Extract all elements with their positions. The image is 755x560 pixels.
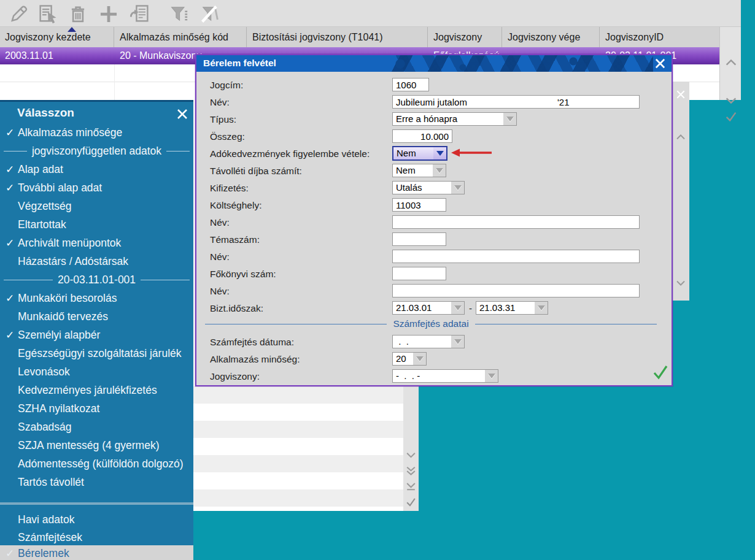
- delete-icon[interactable]: [66, 2, 90, 25]
- adokedvezmenyek-value: Nem: [397, 148, 416, 158]
- field-label-bizt-idoszak: Bizt.időszak:: [210, 303, 263, 314]
- alkalmazas-minoseg-value: 20: [396, 353, 406, 364]
- edit-icon[interactable]: [6, 2, 31, 25]
- sidebar-item-szha-nyilatkozat[interactable]: SZHA nyilatkozat: [0, 399, 193, 418]
- sidebar-item-archivalt-menupontok[interactable]: ✓Archivált menüpontok: [0, 234, 193, 252]
- scroll-page-down-icon[interactable]: [405, 465, 417, 477]
- edit-record-icon[interactable]: [36, 2, 60, 25]
- sidebar-item-eltartottak[interactable]: Eltartottak: [0, 215, 193, 234]
- add-icon[interactable]: [96, 2, 121, 25]
- sidebar-item-munkakori-besorolas[interactable]: ✓Munkaköri besorolás: [0, 289, 193, 307]
- chevron-down-icon[interactable]: [535, 302, 548, 314]
- field-label-temaszam: Témaszám:: [210, 234, 260, 245]
- sidebar-item-tovabbi-alap-adat[interactable]: ✓További alap adat: [0, 178, 193, 197]
- sidebar-item-szja-mentesseg[interactable]: SZJA mentesség (4 gyermek): [0, 436, 193, 455]
- chevron-down-icon[interactable]: [451, 182, 464, 194]
- szamfejtes-datuma-combo[interactable]: . .: [392, 335, 465, 348]
- sidebar-title: Válasszon: [17, 106, 74, 120]
- sort-ascending-icon: [68, 27, 76, 32]
- chevron-down-icon[interactable]: [485, 370, 498, 382]
- close-icon[interactable]: [176, 107, 189, 121]
- scroll-to-end-icon[interactable]: [405, 481, 417, 493]
- transfer-record-icon[interactable]: [128, 2, 152, 25]
- sidebar-item-egeszsegugyi-szolgaltatasi-jarulek[interactable]: Egészségügyi szolgáltatási járulék: [0, 344, 193, 362]
- bizt-idoszak-to-combo[interactable]: 21.03.31: [476, 301, 548, 315]
- sidebar-item-alkalmazas-minosege[interactable]: ✓Alkalmazás minősége: [0, 123, 193, 142]
- dialog-title: Bérelem felvétel: [203, 58, 276, 69]
- column-header-jogviszony-vege[interactable]: Jogviszony vége: [503, 27, 600, 47]
- close-icon[interactable]: [654, 57, 667, 70]
- chevron-down-icon[interactable]: [433, 164, 446, 177]
- osszeg-input[interactable]: 10.000: [392, 129, 452, 143]
- sidebar-item-hazastars-adostarsak[interactable]: Házastárs / Adóstársak: [0, 252, 193, 270]
- confirm-icon[interactable]: [405, 497, 417, 508]
- chevron-down-icon[interactable]: [433, 147, 446, 159]
- sidebar-item-munkaido-tervezes[interactable]: Munkaidő tervezés: [0, 307, 193, 326]
- dialog-titlebar: Bérelem felvétel: [196, 55, 672, 72]
- check-icon: ✓: [0, 182, 18, 194]
- kifizetes-value: Utalás: [396, 182, 422, 193]
- column-header-biztositasi-jogviszony[interactable]: Biztosítási jogviszony (T1041): [247, 27, 428, 47]
- chevron-down-icon[interactable]: [413, 353, 426, 365]
- fokonyvi-szam-input[interactable]: [392, 267, 446, 280]
- field-label-nev1: Név:: [210, 97, 230, 108]
- cell-jogviszony-kezdete: 2003.11.01: [0, 47, 114, 64]
- chevron-down-icon[interactable]: [503, 113, 516, 125]
- sidebar-item-berelemek-selected[interactable]: ✓Bérelemek: [0, 545, 193, 560]
- bizt-idoszak-from-value: 21.03.01: [396, 302, 432, 313]
- kifizetes-combo[interactable]: Utalás: [392, 181, 465, 194]
- nev1-value: Jubileumi jutalom: [396, 97, 467, 107]
- confirm-check-button[interactable]: [652, 364, 669, 382]
- filter-icon[interactable]: [167, 2, 192, 25]
- bizt-idoszak-from-combo[interactable]: 21.03.01: [392, 301, 465, 315]
- field-label-jogcim: Jogcím:: [210, 80, 243, 91]
- tavolleti-value: Nem: [396, 165, 416, 175]
- sidebar-item-alap-adat[interactable]: ✓Alap adat: [0, 160, 193, 178]
- chevron-down-icon[interactable]: [451, 336, 464, 348]
- close-icon[interactable]: [675, 89, 686, 100]
- column-header-jogviszony[interactable]: Jogviszony: [428, 27, 502, 47]
- scroll-down-icon[interactable]: [675, 279, 686, 290]
- nev3-input[interactable]: [392, 250, 640, 263]
- sidebar-item-levonasok[interactable]: Levonások: [0, 362, 193, 381]
- nev2-input[interactable]: [392, 215, 640, 229]
- column-header-alkalmazas-minoseg-kod[interactable]: Alkalmazás minőség kód: [115, 27, 247, 47]
- field-label-tipus: Típus:: [210, 114, 236, 125]
- column-header-jogviszony-kezdete[interactable]: Jogviszony kezdete: [0, 27, 114, 47]
- sidebar-item-havi-adatok[interactable]: Havi adatok: [0, 510, 193, 529]
- check-icon: ✓: [0, 237, 18, 250]
- tavolleti-combo[interactable]: Nem: [392, 164, 446, 177]
- sidebar-separator-jogviszonyid: 20-03.11.01-001: [0, 270, 193, 289]
- nev4-input[interactable]: [392, 284, 640, 297]
- alkalmazas-minoseg-combo[interactable]: 20: [392, 352, 427, 366]
- scroll-down-icon[interactable]: [405, 451, 417, 462]
- sidebar-item-szabadsag[interactable]: Szabadság: [0, 418, 193, 436]
- scroll-down-icon[interactable]: [724, 96, 738, 105]
- scroll-up-icon[interactable]: [675, 133, 686, 144]
- column-header-label: Jogviszony vége: [508, 32, 580, 43]
- sidebar-divider: [0, 502, 193, 505]
- tipus-combo[interactable]: Erre a hónapra: [392, 112, 517, 126]
- sidebar-item-szemelyi-alapber[interactable]: ✓Személyi alapbér: [0, 326, 193, 344]
- confirm-icon[interactable]: [724, 110, 738, 123]
- koltseghely-input[interactable]: 11003: [392, 198, 446, 212]
- bizt-idoszak-to-value: 21.03.31: [479, 302, 515, 313]
- temaszam-input[interactable]: [392, 232, 446, 246]
- adokedvezmenyek-combo[interactable]: Nem: [392, 146, 447, 161]
- table-scrollbar: [719, 27, 741, 100]
- chevron-down-icon[interactable]: [451, 302, 464, 314]
- field-label-alkalmazas-minoseg: Alkalmazás minőség:: [210, 354, 300, 365]
- jogviszony-combo[interactable]: - . . -: [392, 369, 498, 383]
- sidebar-item-szamfejtesek[interactable]: Számfejtések: [0, 528, 193, 547]
- column-header-label: Jogviszony kezdete: [5, 32, 91, 43]
- column-header-jogviszonyid[interactable]: JogviszonyID: [600, 27, 719, 47]
- clear-filter-icon[interactable]: [198, 2, 222, 25]
- nev1-input[interactable]: Jubileumi jutalom '21: [392, 95, 640, 109]
- jogcim-input[interactable]: 1060: [392, 78, 429, 91]
- sidebar-item-vegzettseg[interactable]: Végzettség: [0, 197, 193, 215]
- berelemek-list-panel: [193, 386, 403, 511]
- sidebar-item-adomentesseg[interactable]: Adómentesség (külföldön dolgozó): [0, 455, 193, 473]
- sidebar-item-tartos-tavollet[interactable]: Tartós távollét: [0, 473, 193, 491]
- scroll-up-icon[interactable]: [724, 58, 738, 67]
- sidebar-item-kedvezmenyes-jarulekfizetes[interactable]: Kedvezményes járulékfizetés: [0, 381, 193, 399]
